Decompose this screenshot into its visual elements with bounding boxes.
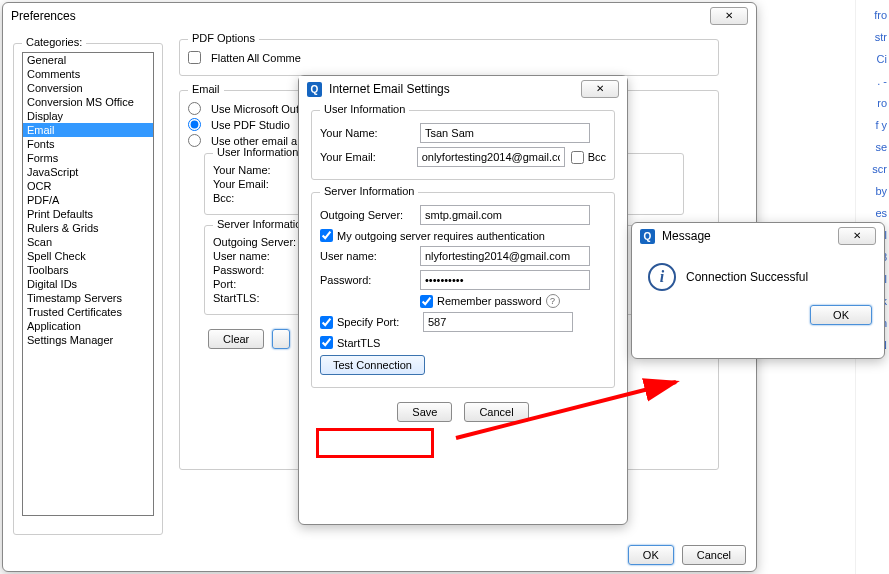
server-info-label: Server Information	[213, 218, 311, 230]
preferences-cancel-button[interactable]: Cancel	[682, 545, 746, 565]
category-item[interactable]: Scan	[23, 235, 153, 249]
starttls-checkbox[interactable]	[320, 336, 333, 349]
message-text: Connection Successful	[686, 270, 808, 284]
pdf-options-label: PDF Options	[188, 32, 259, 44]
category-item[interactable]: Display	[23, 109, 153, 123]
flatten-comments-checkbox[interactable]	[188, 51, 201, 64]
message-title-bar: Q Message ✕	[632, 223, 884, 249]
help-icon[interactable]: ?	[546, 294, 560, 308]
user-info-group-label: User Information	[320, 103, 409, 115]
message-dialog: Q Message ✕ i Connection Successful OK	[631, 222, 885, 359]
server-username-input[interactable]	[420, 246, 590, 266]
use-outlook-label: Use Microsoft Out	[211, 103, 299, 115]
use-pdfstudio-radio[interactable]	[188, 118, 201, 131]
bcc-label: Bcc	[588, 151, 606, 163]
specify-port-checkbox[interactable]	[320, 316, 333, 329]
server-info-group-label: Server Information	[320, 185, 418, 197]
category-item[interactable]: Email	[23, 123, 153, 137]
category-item[interactable]: General	[23, 53, 153, 67]
server-password-label: Password:	[320, 274, 420, 286]
email-settings-title: Internet Email Settings	[329, 82, 450, 96]
category-item[interactable]: PDF/A	[23, 193, 153, 207]
server-password-input[interactable]	[420, 270, 590, 290]
categories-list[interactable]: GeneralCommentsConversionConversion MS O…	[22, 52, 154, 516]
specify-port-label: Specify Port:	[337, 316, 423, 328]
message-ok-button[interactable]: OK	[810, 305, 872, 325]
use-other-radio[interactable]	[188, 134, 201, 147]
category-item[interactable]: Settings Manager	[23, 333, 153, 347]
your-email-label: Your Email:	[320, 151, 417, 163]
app-logo-icon: Q	[307, 82, 322, 97]
flatten-comments-label: Flatten All Comme	[211, 52, 301, 64]
category-item[interactable]: JavaScript	[23, 165, 153, 179]
app-logo-icon: Q	[640, 229, 655, 244]
preferences-title: Preferences	[11, 9, 76, 23]
requires-auth-label: My outgoing server requires authenticati…	[337, 230, 545, 242]
category-item[interactable]: Conversion	[23, 81, 153, 95]
port-input[interactable]	[423, 312, 573, 332]
category-item[interactable]: Digital IDs	[23, 277, 153, 291]
info-icon: i	[648, 263, 676, 291]
category-item[interactable]: Application	[23, 319, 153, 333]
category-item[interactable]: OCR	[23, 179, 153, 193]
server-username-label: User name:	[320, 250, 420, 262]
use-pdfstudio-label: Use PDF Studio	[211, 119, 290, 131]
your-name-input[interactable]	[420, 123, 590, 143]
your-name-label: Your Name:	[320, 127, 420, 139]
email-settings-title-group: Q Internet Email Settings	[307, 82, 450, 97]
email-settings-close-button[interactable]: ✕	[581, 80, 619, 98]
requires-auth-checkbox[interactable]	[320, 229, 333, 242]
remember-password-label: Remember password	[437, 295, 542, 307]
category-item[interactable]: Fonts	[23, 137, 153, 151]
category-item[interactable]: Forms	[23, 151, 153, 165]
category-item[interactable]: Conversion MS Office	[23, 95, 153, 109]
edit-button-partial[interactable]	[272, 329, 290, 349]
test-connection-button[interactable]: Test Connection	[320, 355, 425, 375]
outgoing-server-input[interactable]	[420, 205, 590, 225]
category-item[interactable]: Timestamp Servers	[23, 291, 153, 305]
clear-button[interactable]: Clear	[208, 329, 264, 349]
preferences-title-bar: Preferences ✕	[3, 3, 756, 29]
category-item[interactable]: Toolbars	[23, 263, 153, 277]
email-settings-title-bar: Q Internet Email Settings ✕	[299, 76, 627, 102]
use-other-label: Use other email a	[211, 135, 297, 147]
your-email-input[interactable]	[417, 147, 565, 167]
category-item[interactable]: Comments	[23, 67, 153, 81]
preferences-close-button[interactable]: ✕	[710, 7, 748, 25]
preferences-footer: OK Cancel	[3, 535, 756, 574]
email-box-label: Email	[188, 83, 224, 95]
categories-label: Categories:	[22, 36, 86, 48]
outgoing-server-label: Outgoing Server:	[320, 209, 420, 221]
use-outlook-radio[interactable]	[188, 102, 201, 115]
annotation-arrow	[438, 376, 698, 446]
message-close-button[interactable]: ✕	[838, 227, 876, 245]
user-info-label: User Information	[213, 146, 302, 158]
svg-line-0	[456, 382, 676, 438]
starttls-label: StartTLS	[337, 337, 380, 349]
message-title: Message	[662, 229, 711, 243]
annotation-red-box	[316, 428, 434, 458]
bcc-checkbox[interactable]	[571, 151, 584, 164]
category-item[interactable]: Rulers & Grids	[23, 221, 153, 235]
category-item[interactable]: Spell Check	[23, 249, 153, 263]
category-item[interactable]: Trusted Certificates	[23, 305, 153, 319]
categories-panel: Categories: GeneralCommentsConversionCon…	[13, 35, 163, 535]
category-item[interactable]: Print Defaults	[23, 207, 153, 221]
message-title-group: Q Message	[640, 229, 711, 244]
remember-password-checkbox[interactable]	[420, 295, 433, 308]
preferences-ok-button[interactable]: OK	[628, 545, 674, 565]
